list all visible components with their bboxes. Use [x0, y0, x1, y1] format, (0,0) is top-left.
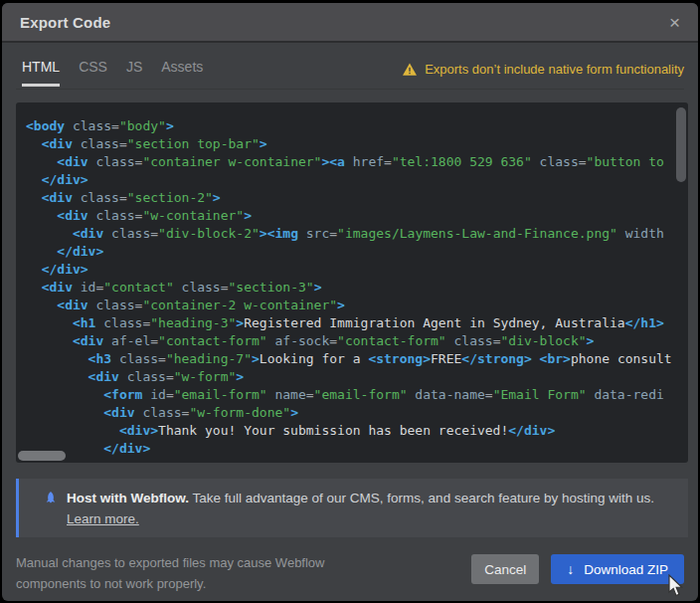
code-content: <body class="body"> <div class="section …: [16, 102, 672, 458]
code-line: <h3 class="heading-7">Looking for a <str…: [26, 350, 672, 368]
code-line: <div class="w-form-done">: [26, 404, 672, 422]
code-line: <body class="body">: [26, 117, 672, 135]
download-label: Download ZIP: [584, 562, 668, 577]
tab-bar: HTMLCSSJSAssets: [22, 59, 203, 87]
code-line: <div id="contact" class="section-3">: [26, 279, 672, 297]
code-line: <div class="div-block-2"><img src="image…: [26, 225, 672, 243]
learn-more-link[interactable]: Learn more.: [67, 508, 139, 529]
download-arrow-icon: ↓: [567, 562, 574, 576]
mouse-cursor: [666, 574, 684, 598]
horizontal-scrollbar-thumb[interactable]: [18, 451, 66, 461]
footer-buttons: Cancel ↓ Download ZIP: [471, 554, 684, 584]
code-line: <div class="w-container">: [26, 207, 672, 225]
tab-js[interactable]: JS: [126, 59, 142, 87]
vertical-scrollbar-thumb[interactable]: [676, 107, 686, 182]
tab-divider: [16, 89, 684, 90]
host-with-webflow-banner: Host with Webflow. Take full advantage o…: [16, 479, 688, 537]
rocket-icon: [43, 491, 59, 506]
code-line: <form id="email-form" name="email-form" …: [26, 386, 672, 404]
code-line: </div>: [26, 171, 672, 189]
code-line: <h1 class="heading-3">Registered Immigra…: [26, 314, 672, 332]
code-line: <div class="w-form">: [26, 368, 672, 386]
code-line: <div class="section-2">: [26, 189, 672, 207]
code-line: <div class="container-2 w-container">: [26, 297, 672, 314]
tab-html[interactable]: HTML: [22, 59, 60, 87]
code-line: </div>: [26, 261, 672, 279]
tab-css[interactable]: CSS: [79, 59, 107, 87]
close-icon[interactable]: ×: [669, 13, 680, 32]
download-zip-button[interactable]: ↓ Download ZIP: [551, 554, 684, 584]
code-line: <div class="container w-container"><a hr…: [26, 153, 672, 171]
dialog-title: Export Code: [20, 14, 110, 31]
footer-note-line2: components to not work properly.: [16, 576, 206, 591]
dialog-titlebar: Export Code ×: [2, 3, 698, 43]
footer-note: Manual changes to exported files may cau…: [16, 552, 324, 594]
banner-body-text: Take full advantage of our CMS, forms, a…: [189, 491, 654, 505]
warning-text: Exports don’t include native form functi…: [425, 62, 684, 77]
code-viewport[interactable]: <body class="body"> <div class="section …: [16, 102, 688, 463]
banner-bold-text: Host with Webflow.: [67, 491, 189, 505]
cancel-button[interactable]: Cancel: [471, 554, 539, 584]
code-line: <div class="section top-bar">: [26, 135, 672, 153]
code-line: </div>: [26, 243, 672, 261]
code-line: </div>: [26, 440, 672, 458]
warning-icon: [403, 63, 417, 76]
export-code-dialog: Export Code × HTMLCSSJSAssets Exports do…: [2, 3, 698, 601]
form-warning: Exports don’t include native form functi…: [403, 62, 684, 77]
footer-note-line1: Manual changes to exported files may cau…: [16, 555, 324, 570]
code-line: <div>Thank you! Your submission has been…: [26, 422, 672, 440]
code-line: <div af-el="contact-form" af-sock="conta…: [26, 332, 672, 350]
tab-assets[interactable]: Assets: [161, 59, 203, 87]
tab-bar-section: HTMLCSSJSAssets Exports don’t include na…: [2, 45, 698, 95]
banner-text: Host with Webflow. Take full advantage o…: [67, 488, 672, 529]
